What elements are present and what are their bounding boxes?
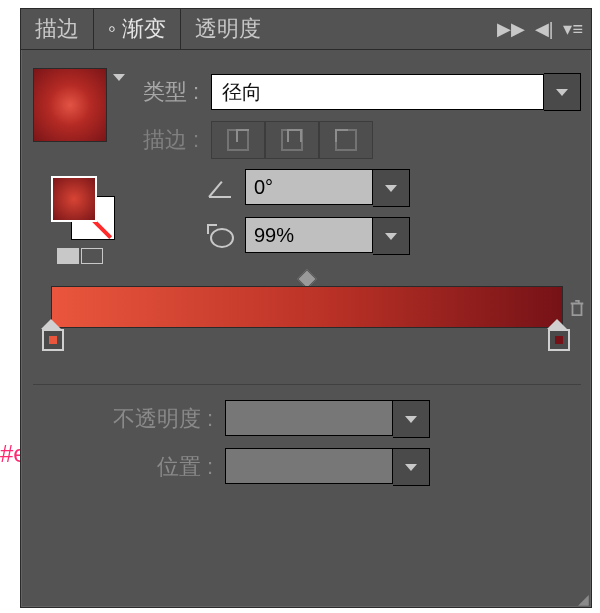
opacity-input[interactable] xyxy=(225,400,393,436)
gradient-stop-end[interactable] xyxy=(548,329,570,351)
aspect-dropdown-button[interactable] xyxy=(373,217,410,255)
position-input[interactable] xyxy=(225,448,393,484)
gradient-swatch[interactable] xyxy=(33,68,107,142)
resize-grip-icon[interactable]: ◢ xyxy=(578,595,587,603)
collapse-icon[interactable]: ◀| xyxy=(535,18,554,40)
tab-transparency[interactable]: 透明度 xyxy=(181,9,275,49)
chevron-down-icon xyxy=(405,464,417,471)
angle-input[interactable]: 0° xyxy=(245,169,373,205)
fill-stroke-stack xyxy=(51,176,115,240)
position-label: 位置 : xyxy=(33,452,213,482)
stroke-align-outside-button[interactable] xyxy=(319,121,373,159)
chevron-down-icon xyxy=(385,185,397,192)
angle-icon xyxy=(209,176,233,200)
flyout-menu-icon[interactable]: ▾≡ xyxy=(563,18,583,40)
opacity-label: 不透明度 : xyxy=(33,404,213,434)
stroke-label: 描边 : xyxy=(143,125,199,155)
divider xyxy=(33,384,581,385)
opacity-dropdown-button[interactable] xyxy=(393,400,430,438)
aspect-input[interactable]: 99% xyxy=(245,217,373,253)
gradient-panel: 描边 ◦ 渐变 透明度 ▶▶ ◀| ▾≡ 类型 : xyxy=(20,8,592,608)
panel-body: 类型 : 径向 描边 : xyxy=(21,50,591,499)
tab-bar: 描边 ◦ 渐变 透明度 ▶▶ ◀| ▾≡ xyxy=(21,9,591,50)
angle-dropdown-button[interactable] xyxy=(373,169,410,207)
app-root: #761217 #ea563d 描边 ◦ 渐变 透明度 ▶▶ ◀| ▾≡ xyxy=(0,0,600,613)
tiny-icon-a[interactable] xyxy=(57,248,79,264)
fill-swatch[interactable] xyxy=(51,176,97,222)
panel-menu-area: ▶▶ ◀| ▾≡ xyxy=(497,9,583,49)
chevron-down-icon xyxy=(556,89,568,96)
chevron-down-icon xyxy=(405,416,417,423)
aspect-ratio-icon xyxy=(207,226,233,246)
position-dropdown-button[interactable] xyxy=(393,448,430,486)
chevron-down-icon xyxy=(385,233,397,240)
tiny-icon-b[interactable] xyxy=(81,248,103,264)
tab-gradient[interactable]: ◦ 渐变 xyxy=(93,8,181,49)
type-dropdown-button[interactable] xyxy=(544,73,581,111)
trash-icon[interactable] xyxy=(568,299,586,317)
stroke-align-inside-button[interactable] xyxy=(211,121,265,159)
type-select[interactable]: 径向 xyxy=(211,73,581,111)
tiny-swatch-icons xyxy=(57,248,161,264)
gradient-slider xyxy=(51,286,563,328)
tab-stroke[interactable]: 描边 xyxy=(21,9,93,49)
fast-forward-icon[interactable]: ▶▶ xyxy=(497,18,525,40)
gradient-stop-start[interactable] xyxy=(42,329,64,351)
stroke-align-group xyxy=(211,121,373,159)
type-label: 类型 : xyxy=(143,77,199,107)
stroke-align-center-button[interactable] xyxy=(265,121,319,159)
gradient-swatch-dropdown-icon[interactable] xyxy=(113,74,125,81)
gradient-bar[interactable] xyxy=(51,286,563,328)
type-value: 径向 xyxy=(211,74,544,110)
